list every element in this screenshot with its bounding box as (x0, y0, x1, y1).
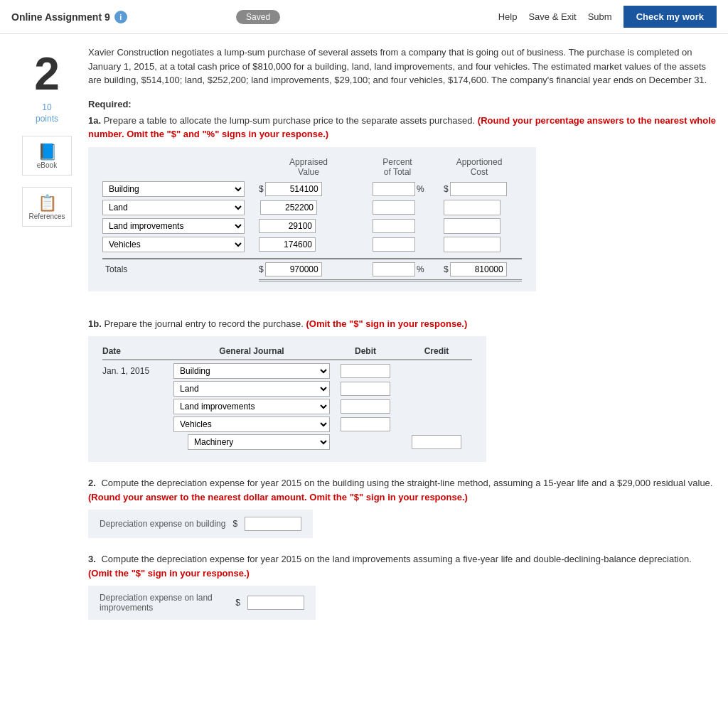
row-4-appraised (259, 237, 358, 252)
journal-account-2[interactable]: BuildingLandLand improvementsVehiclesMac… (173, 381, 330, 397)
section2-instruction: 2. Compute the depreciation expense for … (88, 476, 717, 504)
help-link[interactable]: Help (498, 11, 518, 22)
row-1-percent-input[interactable] (373, 182, 415, 196)
part1b-instruction: 1b. Prepare the journal entry to record … (88, 317, 717, 331)
table-1a: Appraised Value Percent of Total Apporti… (88, 147, 536, 291)
section2-input[interactable] (245, 517, 301, 531)
book-icon: 📘 (38, 143, 57, 161)
section3-number: 3. (88, 554, 96, 564)
debit-input-4[interactable] (341, 417, 390, 431)
row-2-apportioned (437, 200, 522, 215)
journal-row: BuildingLandLand improvementsVehiclesMac… (102, 416, 472, 432)
section3-text: Compute the depreciation expense for yea… (101, 554, 691, 564)
save-exit-link[interactable]: Save & Exit (528, 11, 576, 22)
journal-header: Date General Journal Debit Credit (102, 346, 472, 360)
jr-journal-2: BuildingLandLand improvementsVehiclesMac… (173, 381, 330, 397)
section2-answer-box: Depreciation expense on building $ (88, 510, 313, 538)
jr-journal-3: BuildingLandLand improvementsVehiclesMac… (173, 399, 330, 414)
sidebar: 2 10 points 📘 eBook 📋 References (11, 45, 82, 634)
section2-text: Compute the depreciation expense for yea… (101, 478, 712, 488)
required-label: Required: (88, 99, 717, 109)
row-1-appraised-input[interactable] (265, 182, 322, 196)
points-label: 10 points (36, 102, 58, 124)
journal-account-1[interactable]: BuildingLandLand improvementsVehiclesMac… (173, 363, 330, 379)
table-row: BuildingLandLand improvementsVehicles (102, 218, 522, 234)
row-4-apportioned (437, 237, 522, 252)
jr-debit-2 (330, 382, 401, 396)
content-area: Xavier Construction negotiates a lump-su… (82, 45, 717, 634)
references-label: References (28, 213, 65, 220)
section3-input[interactable] (247, 596, 304, 610)
check-my-work-button[interactable]: Check my work (623, 6, 717, 28)
row-4-appraised-input[interactable] (259, 237, 316, 252)
journal-account-3[interactable]: BuildingLandLand improvementsVehiclesMac… (173, 399, 330, 414)
debit-input-3[interactable] (341, 399, 390, 414)
top-nav: Online Assignment 9 i Saved Help Save & … (0, 0, 728, 34)
row-4-select[interactable]: BuildingLandLand improvementsVehicles (102, 237, 245, 252)
info-icon[interactable]: i (114, 11, 127, 23)
journal-account-4[interactable]: BuildingLandLand improvementsVehiclesMac… (173, 416, 330, 432)
ebook-button[interactable]: 📘 eBook (22, 136, 72, 176)
col-appraised-header: Appraised Value (259, 157, 358, 177)
jr-credit-5 (401, 435, 472, 449)
section2-red: (Round your answer to the nearest dollar… (88, 492, 468, 502)
row-2-select[interactable]: BuildingLandLand improvementsVehicles (102, 200, 245, 215)
part1b-text: Prepare the journal entry to record the … (104, 318, 303, 329)
col-percent-header: Percent of Total (358, 157, 437, 177)
section-2: 2. Compute the depreciation expense for … (88, 476, 717, 538)
jr-debit-1 (330, 364, 401, 378)
submit-link[interactable]: Subm (588, 11, 612, 22)
jr-journal-4: BuildingLandLand improvementsVehiclesMac… (173, 416, 330, 432)
row-1-select[interactable]: BuildingLandLand improvementsVehicles (102, 181, 245, 197)
double-underline-row (102, 279, 522, 281)
row-2-percent-input[interactable] (373, 200, 415, 215)
journal-date: Jan. 1, 2015 (102, 366, 173, 376)
row-4-percent-input[interactable] (373, 237, 415, 252)
row-2-percent (358, 200, 437, 215)
dollar-sign: $ (259, 184, 264, 194)
jh-date: Date (102, 346, 173, 356)
ebook-label: eBook (37, 161, 57, 169)
debit-input-1[interactable] (341, 364, 390, 378)
row-4-apportioned-input[interactable] (444, 237, 500, 252)
totals-row: Totals $ % $ (102, 258, 522, 276)
row-2-apportioned-input[interactable] (444, 200, 500, 215)
totals-percent-input[interactable] (373, 262, 415, 276)
totals-apportioned: $ (437, 262, 522, 276)
row-1-label-cell: BuildingLandLand improvementsVehicles (102, 181, 259, 197)
jr-journal-5: BuildingLandLand improvementsVehiclesMac… (173, 434, 330, 450)
row-2-appraised-input[interactable] (260, 200, 317, 215)
part1a-label: 1a. (88, 115, 101, 126)
totals-appraised-input[interactable] (265, 262, 322, 276)
row-3-percent (358, 219, 437, 233)
row-1-apportioned-input[interactable] (450, 182, 507, 196)
debit-input-2[interactable] (341, 382, 390, 396)
journal-row: BuildingLandLand improvementsVehiclesMac… (102, 399, 472, 414)
row-3-percent-input[interactable] (373, 219, 415, 233)
percent-sign: % (417, 184, 424, 194)
row-3-appraised-input[interactable] (259, 219, 316, 233)
references-icon: 📋 (38, 194, 57, 213)
row-3-select[interactable]: BuildingLandLand improvementsVehicles (102, 218, 245, 234)
totals-label: Totals (102, 264, 259, 274)
section2-number: 2. (88, 478, 96, 488)
journal-row: BuildingLandLand improvementsVehiclesMac… (102, 434, 472, 450)
journal-row: Jan. 1, 2015 BuildingLandLand improvemen… (102, 363, 472, 379)
part1a-instruction: 1a. Prepare a table to allocate the lump… (88, 114, 717, 141)
section3-dollar: $ (235, 598, 240, 608)
totals-percent: % (358, 262, 437, 276)
part1a-text: Prepare a table to allocate the lump-sum… (104, 115, 475, 126)
section2-dep-label: Depreciation expense on building (100, 519, 225, 529)
jr-debit-3 (330, 399, 401, 414)
row-3-apportioned-input[interactable] (444, 218, 500, 234)
section3-answer-box: Depreciation expense on landimprovements… (88, 586, 316, 620)
totals-apportioned-input[interactable] (450, 262, 507, 276)
problem-text: Xavier Construction negotiates a lump-su… (88, 45, 717, 87)
references-button[interactable]: 📋 References (22, 187, 72, 227)
part1b-label: 1b. (88, 318, 102, 329)
row-2-appraised (259, 200, 358, 215)
credit-input-5[interactable] (412, 435, 461, 449)
journal-account-5[interactable]: BuildingLandLand improvementsVehiclesMac… (188, 434, 330, 450)
jr-debit-4 (330, 417, 401, 431)
jr-journal-1: BuildingLandLand improvementsVehiclesMac… (173, 363, 330, 379)
